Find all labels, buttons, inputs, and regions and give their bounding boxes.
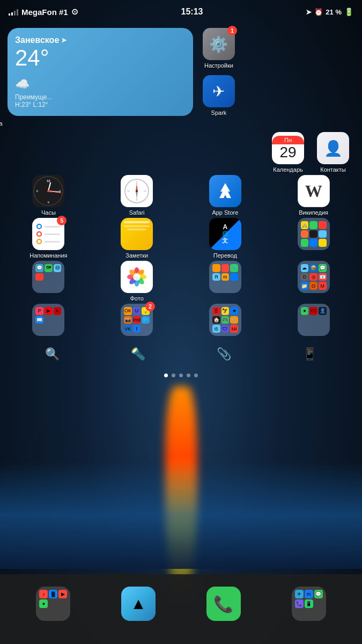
weather-widget[interactable]: Заневское ➤ 24° ☁️ Преимуще... H:23° L:1… bbox=[8, 28, 193, 116]
dock-folder-msg-icon: ✈ m 💬 📞 📱 bbox=[292, 587, 326, 621]
app-settings[interactable]: 1 ⚙️ Настройки bbox=[200, 28, 238, 69]
safari-icon bbox=[121, 175, 153, 207]
fm-1: 💬 bbox=[35, 264, 43, 272]
fp-1: P bbox=[35, 307, 43, 315]
ft-2: 📦 bbox=[309, 264, 317, 272]
ft-7: 📁 bbox=[301, 282, 309, 290]
gear-icon: ⚙️ bbox=[209, 35, 228, 53]
app-wikipedia[interactable]: W Википедия bbox=[294, 175, 333, 216]
app-small-4[interactable]: 📱 bbox=[293, 342, 326, 366]
location-arrow-icon: ➤ bbox=[61, 36, 67, 44]
app-appstore[interactable]: App Store bbox=[206, 175, 245, 216]
app-small-3[interactable]: 📎 bbox=[208, 342, 240, 366]
small-icon-2: 🔦 bbox=[127, 342, 150, 366]
calendar-date: 29 bbox=[279, 144, 296, 161]
fa1-1 bbox=[212, 264, 220, 272]
folder-pocket-icon: P ▶ K 📖 bbox=[32, 304, 64, 336]
app-small-1[interactable]: 🔍 bbox=[36, 342, 69, 366]
fn-2: 🦅 bbox=[221, 307, 230, 315]
clock-label: Часы bbox=[41, 209, 56, 216]
notes-icon bbox=[121, 218, 153, 250]
app-small-2[interactable]: 🔦 bbox=[122, 342, 154, 366]
fn-6: 🛒 bbox=[230, 316, 238, 324]
fn-3: ★ bbox=[230, 307, 238, 315]
app-folder-apps1[interactable]: 🐦 Я m bbox=[206, 261, 245, 302]
folder-sub-9 bbox=[319, 239, 327, 247]
page-dot-1[interactable] bbox=[164, 374, 168, 377]
ft-3: 💬 bbox=[319, 264, 327, 272]
weather-desc: Преимуще... bbox=[15, 93, 186, 101]
fa1-3: 🐦 bbox=[230, 264, 238, 272]
app-contacts[interactable]: 👤 Контакты bbox=[314, 132, 352, 173]
folder-taxi-icon: 🚕 bbox=[298, 218, 330, 250]
small-icon-1: 🔍 bbox=[41, 342, 64, 366]
clock-6: 6 bbox=[48, 201, 49, 204]
folder-maps-icon: 💬 🗺 Ⓜ ❓ bbox=[32, 261, 64, 293]
ft-1: ☁ bbox=[301, 264, 309, 272]
ft-9: M bbox=[319, 282, 327, 290]
calendar-icon: Пн 29 bbox=[272, 132, 304, 164]
app-safari[interactable]: Safari bbox=[117, 175, 156, 216]
folder-sub-2 bbox=[309, 221, 317, 229]
app-folder-tools[interactable]: ☁ 📦 💬 D ◎ 📧 📁 O M bbox=[294, 261, 333, 302]
dock-folder-music[interactable]: ♪ ▓ ▶ ● bbox=[34, 587, 72, 621]
folder-apps1-icon: 🐦 Я m bbox=[209, 261, 241, 293]
dfm-1: ♪ bbox=[39, 590, 48, 598]
app-folder-pocket[interactable]: P ▶ K 📖 bbox=[29, 304, 68, 338]
battery-icon: 🔋 bbox=[344, 8, 353, 16]
time-display: 15:13 bbox=[181, 7, 203, 17]
app-translate[interactable]: A 🌐 文 Перевод bbox=[206, 218, 245, 259]
page-dot-3[interactable] bbox=[179, 374, 183, 377]
fp-2: ▶ bbox=[45, 307, 53, 315]
app-row-6: P ▶ K 📖 2 OK U 💡 📷 Inst 🐦 VK f bbox=[8, 304, 354, 338]
fm-4: ❓ bbox=[35, 273, 43, 281]
app-photos[interactable]: Фото bbox=[117, 261, 156, 302]
folder-work-icon: ● YC 👤 bbox=[298, 304, 330, 336]
spark-label: Spark bbox=[211, 109, 227, 116]
app-clock[interactable]: 12 3 6 9 Часы bbox=[29, 175, 68, 216]
app-spark[interactable]: ✈ Spark bbox=[200, 75, 238, 116]
signal-bars bbox=[9, 8, 18, 16]
fs2-2: U bbox=[133, 307, 141, 315]
ft-5: ◎ bbox=[309, 273, 317, 281]
clock-9: 9 bbox=[36, 189, 38, 193]
app-folder-news[interactable]: ☰ 🦅 ★ 🏠 🎮 🛒 i5 🛡 Mi bbox=[206, 304, 245, 338]
dock-phone[interactable]: 📞 bbox=[204, 587, 243, 621]
app-row-7: 🔍 🔦 📎 📱 bbox=[8, 340, 354, 368]
svg-point-17 bbox=[133, 273, 141, 281]
page-dot-2[interactable] bbox=[172, 374, 175, 377]
dock-phone-icon: 📞 bbox=[206, 587, 241, 621]
translate-zh: 文 bbox=[222, 237, 228, 245]
fs2-7: VK bbox=[124, 325, 132, 333]
clock-center-dot bbox=[47, 190, 49, 192]
page-dot-5[interactable] bbox=[194, 374, 198, 377]
app-folder-work[interactable]: ● YC 👤 bbox=[294, 304, 333, 338]
folder-sub-5 bbox=[309, 230, 317, 238]
translate-icon: A 🌐 文 bbox=[209, 218, 241, 250]
dock-folder-msg[interactable]: ✈ m 💬 📞 📱 bbox=[290, 587, 328, 621]
contacts-label: Контакты bbox=[320, 166, 346, 173]
dm-4: 📞 bbox=[295, 599, 304, 608]
folder-sub-7 bbox=[301, 239, 309, 247]
folder-sub-3 bbox=[319, 221, 327, 229]
app-calendar[interactable]: Пн 29 Календарь bbox=[269, 132, 307, 173]
dm-5: 📱 bbox=[305, 599, 313, 608]
app-folder-taxi[interactable]: 🚕 bbox=[294, 218, 333, 259]
ft-6: 📧 bbox=[319, 273, 327, 281]
fa1-4: Я bbox=[212, 273, 220, 281]
app-reminders[interactable]: 5 Напоминания bbox=[29, 218, 68, 259]
dock-maps[interactable]: ▲ bbox=[119, 587, 158, 621]
fn-8: 🛡 bbox=[221, 325, 230, 333]
fa1-2 bbox=[221, 264, 230, 272]
app-folder-social2[interactable]: 2 OK U 💡 📷 Inst 🐦 VK f bbox=[117, 304, 156, 338]
appstore-label: App Store bbox=[212, 209, 238, 216]
app-folder-maps[interactable]: 💬 🗺 Ⓜ ❓ bbox=[29, 261, 68, 302]
app-notes[interactable]: Заметки bbox=[117, 218, 156, 259]
social2-badge: 2 bbox=[145, 302, 155, 311]
dfm-2: ▓ bbox=[49, 590, 57, 598]
fm-3: Ⓜ bbox=[54, 264, 62, 272]
app-row-2: Пн 29 Календарь 👤 Контакты bbox=[8, 132, 354, 173]
appstore-icon bbox=[209, 175, 241, 207]
page-dot-4[interactable] bbox=[187, 374, 190, 377]
app-row-3: 12 3 6 9 Часы bbox=[8, 175, 354, 216]
